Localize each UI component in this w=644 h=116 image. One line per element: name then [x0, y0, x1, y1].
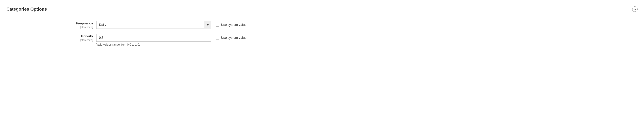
frequency-scope: [store view]: [6, 26, 93, 28]
categories-options-panel: Categories Options Frequency [store view…: [1, 1, 643, 53]
priority-control: Valid values range from 0.0 to 1.0.: [96, 34, 211, 46]
priority-use-system: Use system value: [211, 34, 246, 42]
frequency-use-system: Use system value: [211, 21, 246, 29]
frequency-label: Frequency: [6, 22, 93, 25]
collapse-toggle-button[interactable]: [632, 6, 638, 12]
chevron-up-icon: [634, 8, 636, 10]
panel-title: Categories Options: [6, 7, 47, 12]
frequency-row: Frequency [store view] Daily Use system …: [6, 21, 638, 29]
priority-row: Priority [store view] Valid values range…: [6, 34, 638, 46]
priority-label: Priority: [6, 34, 93, 38]
priority-scope: [store view]: [6, 38, 93, 42]
frequency-use-system-label[interactable]: Use system value: [221, 23, 246, 27]
panel-header: Categories Options: [6, 6, 638, 12]
frequency-label-col: Frequency [store view]: [6, 21, 96, 28]
frequency-select[interactable]: Daily: [96, 21, 211, 29]
priority-label-col: Priority [store view]: [6, 34, 96, 42]
frequency-use-system-checkbox[interactable]: [216, 23, 219, 26]
priority-input[interactable]: [96, 34, 211, 42]
priority-use-system-label[interactable]: Use system value: [221, 36, 246, 40]
priority-hint: Valid values range from 0.0 to 1.0.: [96, 43, 211, 46]
frequency-control: Daily: [96, 21, 211, 29]
priority-use-system-checkbox[interactable]: [216, 36, 219, 40]
frequency-select-wrap: Daily: [96, 21, 211, 29]
